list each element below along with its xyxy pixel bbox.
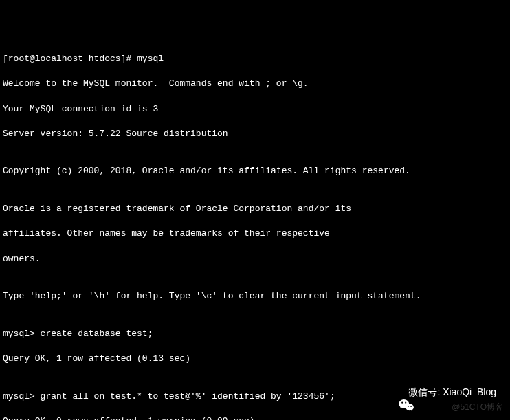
shell-prompt-line: [root@localhost htdocs]# mysql: [3, 54, 164, 64]
welcome-line: Welcome to the MySQL monitor. Commands e…: [3, 78, 309, 89]
watermark-overlay: 微信号: XiaoQi_Blog: [388, 386, 496, 399]
wechat-icon: [388, 386, 404, 399]
mysql-result-grant: Query OK, 0 rows affected, 1 warning (0.…: [3, 416, 255, 420]
svg-point-1: [401, 402, 403, 404]
watermark-text: 微信号: XiaoQi_Blog: [408, 386, 496, 399]
server-version-line: Server version: 5.7.22 Source distributi…: [3, 129, 228, 139]
trademark-line-2: affiliates. Other names may be trademark…: [3, 228, 330, 239]
mysql-cmd-create-db: mysql> create database test;: [3, 329, 153, 339]
svg-point-2: [405, 402, 406, 404]
svg-point-5: [410, 406, 412, 407]
trademark-line-3: owners.: [3, 254, 41, 264]
help-line: Type 'help;' or '\h' for help. Type '\c'…: [3, 291, 421, 301]
copyright-line: Copyright (c) 2000, 2018, Oracle and/or …: [3, 166, 410, 176]
cto-watermark: @51CTO博客: [452, 401, 503, 413]
connection-id-line: Your MySQL connection id is 3: [3, 104, 158, 114]
mysql-cmd-grant: mysql> grant all on test.* to test@'%' i…: [3, 391, 335, 401]
trademark-line-1: Oracle is a registered trademark of Orac…: [3, 203, 351, 214]
mysql-result-create-db: Query OK, 1 row affected (0.13 sec): [3, 353, 190, 364]
svg-point-4: [408, 406, 409, 407]
